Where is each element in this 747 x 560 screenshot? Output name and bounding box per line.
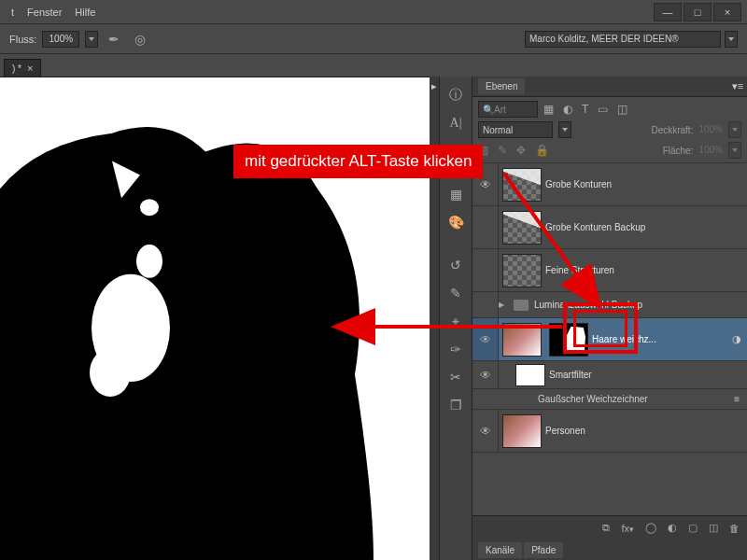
smartfilter-row[interactable]: 👁 Smartfilter bbox=[472, 361, 747, 389]
lock-pixel-icon[interactable]: ✎ bbox=[498, 144, 507, 157]
clone-icon[interactable]: ⌖ bbox=[443, 308, 469, 334]
layer-thumbnail[interactable] bbox=[502, 168, 542, 202]
layer-name[interactable]: Personen bbox=[545, 426, 747, 436]
visibility-toggle[interactable]: 👁 bbox=[472, 318, 499, 360]
close-icon[interactable]: × bbox=[27, 63, 33, 74]
filter-type-icon[interactable]: T bbox=[582, 103, 588, 116]
swatches-icon[interactable]: ▦ bbox=[443, 181, 469, 207]
main-menu: t Fenster Hilfe bbox=[6, 7, 95, 18]
close-button[interactable]: × bbox=[713, 3, 741, 21]
flow-label: Fluss: bbox=[9, 34, 36, 45]
fill-value[interactable]: 100% bbox=[698, 145, 723, 156]
layer-name[interactable]: Grobe Konturen bbox=[545, 179, 747, 189]
filter-mask-thumbnail[interactable] bbox=[515, 364, 545, 386]
layer-thumbnail[interactable] bbox=[502, 414, 542, 448]
smartfilter-label[interactable]: Smartfilter bbox=[549, 370, 747, 380]
annotation-highlight-inner bbox=[573, 310, 627, 347]
ruler-icon[interactable]: ✂ bbox=[443, 364, 469, 390]
svg-point-4 bbox=[140, 199, 159, 216]
character-icon[interactable]: A| bbox=[443, 110, 469, 136]
layer-name[interactable]: Feine Strukturen bbox=[545, 265, 747, 275]
layer-row[interactable]: Feine Strukturen bbox=[472, 249, 747, 292]
filter-settings-icon[interactable]: ≡ bbox=[734, 394, 747, 404]
document-tabbar: ) * × bbox=[0, 54, 747, 77]
annotation-callout: mit gedrückter ALT-Taste klicken bbox=[233, 145, 483, 178]
folder-icon bbox=[514, 300, 529, 311]
tab-layers[interactable]: Ebenen bbox=[478, 78, 525, 94]
pressure-icon[interactable]: ◎ bbox=[130, 29, 150, 49]
blend-mode-select[interactable]: Normal bbox=[478, 121, 553, 138]
visibility-toggle[interactable]: 👁 bbox=[472, 410, 499, 452]
menu-item[interactable]: Hilfe bbox=[75, 7, 95, 18]
fill-dropdown[interactable] bbox=[728, 142, 741, 159]
visibility-toggle[interactable]: 👁 bbox=[472, 361, 499, 388]
document-tab[interactable]: ) * × bbox=[4, 59, 41, 77]
filter-name[interactable]: Gaußscher Weichzeichner bbox=[538, 394, 648, 404]
workspace-dropdown[interactable] bbox=[725, 31, 738, 48]
layer-footer: ⧉ fx▾ ◯ ◐ ▢ ◫ 🗑 bbox=[472, 515, 747, 539]
tab-channels[interactable]: Kanäle bbox=[478, 542, 522, 558]
color-icon[interactable]: 🎨 bbox=[443, 209, 469, 235]
link-icon[interactable]: ⧉ bbox=[602, 522, 610, 534]
minimize-button[interactable]: — bbox=[654, 3, 682, 21]
opacity-label: Deckkraft: bbox=[651, 125, 693, 135]
window-controls: — □ × bbox=[652, 3, 741, 21]
brush-icon[interactable]: ✎ bbox=[443, 280, 469, 306]
visibility-toggle[interactable] bbox=[472, 249, 499, 291]
opacity-value[interactable]: 100% bbox=[698, 124, 723, 135]
options-bar: Fluss: ✒ ◎ Marco Kolditz, MEER DER IDEEN… bbox=[0, 24, 747, 54]
layer-name[interactable]: Grobe Konturen Backup bbox=[545, 222, 747, 232]
lock-all-icon[interactable]: 🔒 bbox=[535, 144, 549, 157]
airbrush-icon[interactable]: ✒ bbox=[104, 29, 124, 49]
eyedropper-icon[interactable]: ✑ bbox=[443, 336, 469, 362]
filter-pixel-icon[interactable]: ▦ bbox=[543, 103, 554, 116]
visibility-toggle[interactable] bbox=[472, 292, 499, 317]
svg-point-3 bbox=[136, 245, 162, 278]
panel-menu-icon[interactable]: ▾≡ bbox=[728, 80, 747, 92]
layer-thumbnail[interactable] bbox=[502, 254, 542, 287]
maximize-button[interactable]: □ bbox=[684, 3, 712, 21]
collapse-icon[interactable]: ▸ bbox=[430, 77, 439, 95]
layer-row[interactable]: 👁 Grobe Konturen bbox=[472, 163, 747, 206]
info-icon[interactable]: ⓘ bbox=[443, 82, 469, 108]
visibility-toggle[interactable] bbox=[472, 206, 499, 248]
filter-smart-icon[interactable]: ◫ bbox=[617, 103, 627, 116]
new-layer-icon[interactable]: ◫ bbox=[709, 522, 718, 534]
svg-point-2 bbox=[90, 348, 131, 397]
layer-thumbnail[interactable] bbox=[502, 211, 542, 245]
layer-row[interactable]: 👁 Personen bbox=[472, 410, 747, 453]
filter-row[interactable]: Gaußscher Weichzeichner ≡ bbox=[472, 389, 747, 410]
adjustment-icon[interactable]: ◐ bbox=[668, 522, 677, 534]
titlebar: t Fenster Hilfe — □ × bbox=[0, 0, 747, 24]
lock-pos-icon[interactable]: ✥ bbox=[516, 144, 526, 157]
workspace-selector[interactable]: Marco Kolditz, MEER DER IDEEN® bbox=[525, 31, 721, 48]
trash-icon[interactable]: 🗑 bbox=[729, 523, 740, 534]
filter-adjust-icon[interactable]: ◐ bbox=[563, 103, 572, 116]
document-tab-label: ) * bbox=[12, 63, 21, 74]
opacity-dropdown[interactable] bbox=[728, 121, 741, 138]
filter-shape-icon[interactable]: ▭ bbox=[598, 103, 608, 116]
layer-filter-select[interactable]: 🔍 Art bbox=[478, 101, 538, 118]
layer-row[interactable]: Grobe Konturen Backup bbox=[472, 206, 747, 249]
group-icon[interactable]: ▢ bbox=[688, 522, 698, 534]
history-icon[interactable]: ↺ bbox=[443, 252, 469, 278]
layer-thumbnail[interactable] bbox=[502, 323, 542, 357]
fx-icon[interactable]: fx▾ bbox=[621, 523, 634, 534]
fill-label: Fläche: bbox=[663, 146, 694, 156]
flow-dropdown[interactable] bbox=[85, 31, 98, 48]
smart-badge-icon: ◑ bbox=[726, 333, 747, 345]
layers-icon[interactable]: ❐ bbox=[443, 392, 469, 418]
menu-item[interactable]: Fenster bbox=[27, 7, 62, 18]
mask-icon[interactable]: ◯ bbox=[645, 522, 656, 534]
chevron-right-icon[interactable]: ▶ bbox=[499, 301, 508, 309]
tab-paths[interactable]: Pfade bbox=[524, 542, 563, 558]
flow-input[interactable] bbox=[42, 31, 79, 48]
blend-dropdown[interactable] bbox=[558, 121, 571, 138]
bottom-panel-tabs: Kanäle Pfade bbox=[472, 539, 747, 560]
menu-item[interactable]: t bbox=[11, 7, 14, 18]
